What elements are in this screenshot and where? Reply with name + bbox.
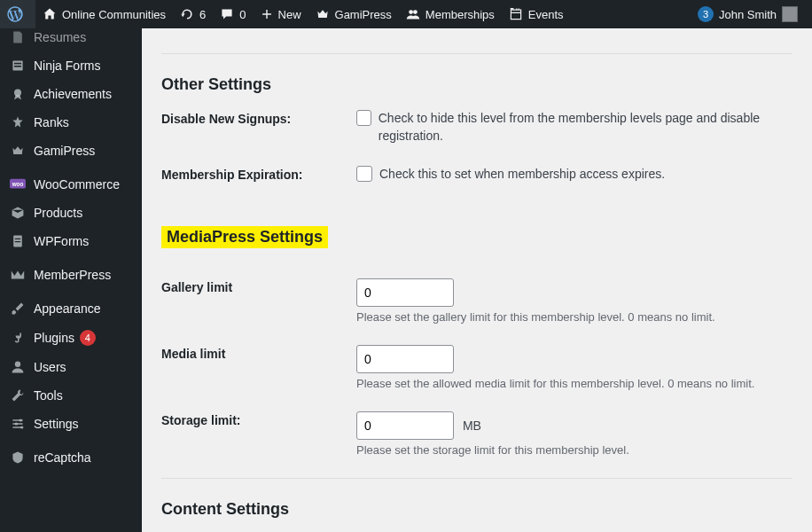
svg-point-5 xyxy=(14,89,21,96)
site-name-link[interactable]: Online Communities xyxy=(35,0,173,28)
expiration-checkbox[interactable] xyxy=(356,166,372,182)
svg-rect-4 xyxy=(14,66,21,67)
person-icon xyxy=(9,360,27,374)
menu-memberpress[interactable]: MemberPress xyxy=(0,261,142,289)
user-account-link[interactable]: 3 John Smith xyxy=(691,0,805,28)
gallery-limit-row: Gallery limit Please set the gallery lim… xyxy=(161,278,792,324)
expiration-label: Membership Expiration: xyxy=(161,166,356,184)
menu-appearance[interactable]: Appearance xyxy=(0,294,142,323)
brush-icon xyxy=(9,301,27,316)
site-name: Online Communities xyxy=(62,8,166,21)
menu-achievements[interactable]: Achievements xyxy=(0,80,142,108)
disable-signups-row: Disable New Signups: Check to hide this … xyxy=(161,110,792,145)
disable-signups-label: Disable New Signups: xyxy=(161,110,356,145)
expiration-desc: Check this to set when membership access… xyxy=(379,166,665,184)
menu-woocommerce[interactable]: woo WooCommerce xyxy=(0,170,142,199)
admin-sidebar: Resumes Ninja Forms Achievements Ranks G… xyxy=(0,28,142,532)
svg-point-11 xyxy=(15,362,20,367)
wrench-icon xyxy=(9,388,27,403)
other-settings-heading: Other Settings xyxy=(161,75,792,94)
expiration-option[interactable]: Check this to set when membership access… xyxy=(356,166,792,184)
media-limit-row: Media limit Please set the allowed media… xyxy=(161,345,792,390)
storage-limit-label: Storage limit: xyxy=(161,411,356,457)
wordpress-icon xyxy=(7,6,23,22)
avatar-icon xyxy=(782,6,798,22)
crown-icon xyxy=(9,144,27,158)
menu-plugins[interactable]: Plugins 4 xyxy=(0,323,142,353)
svg-point-0 xyxy=(409,10,413,14)
admin-toolbar: Online Communities 6 0 New GamiPress Mem… xyxy=(0,0,812,28)
gallery-limit-help: Please set the gallery limit for this me… xyxy=(356,310,792,324)
star-icon xyxy=(9,115,27,129)
new-content-link[interactable]: New xyxy=(254,0,308,28)
new-label: New xyxy=(278,8,301,21)
gamipress-label: GamiPress xyxy=(335,8,392,21)
document-icon xyxy=(9,30,27,44)
memberpress-icon xyxy=(9,269,27,281)
menu-users[interactable]: Users xyxy=(0,353,142,381)
comment-icon xyxy=(220,7,234,21)
svg-point-1 xyxy=(413,10,418,14)
memberships-label: Memberships xyxy=(426,8,495,21)
disable-signups-checkbox[interactable] xyxy=(356,110,371,126)
memberships-link[interactable]: Memberships xyxy=(399,0,502,28)
updates-link[interactable]: 6 xyxy=(173,0,213,28)
award-icon xyxy=(9,87,27,101)
storage-limit-unit: MB xyxy=(463,419,481,433)
refresh-icon xyxy=(180,7,194,21)
menu-products[interactable]: Products xyxy=(0,199,142,227)
box-icon xyxy=(9,206,27,220)
divider xyxy=(161,53,792,54)
storage-limit-input[interactable] xyxy=(356,411,454,440)
menu-ranks[interactable]: Ranks xyxy=(0,108,142,137)
notification-badge: 3 xyxy=(698,6,714,22)
menu-gamipress[interactable]: GamiPress xyxy=(0,137,142,165)
svg-rect-10 xyxy=(15,241,20,242)
wp-logo[interactable] xyxy=(0,0,35,28)
menu-settings[interactable]: Settings xyxy=(0,410,142,438)
user-name: John Smith xyxy=(719,8,777,21)
menu-ninja-forms[interactable]: Ninja Forms xyxy=(0,51,142,80)
svg-point-14 xyxy=(20,426,23,428)
storage-limit-help: Please set the storage limit for this me… xyxy=(356,443,792,457)
home-icon xyxy=(43,7,57,21)
groups-icon xyxy=(406,7,420,21)
storage-limit-row: Storage limit: MB Please set the storage… xyxy=(161,411,792,457)
disable-signups-option[interactable]: Check to hide this level from the member… xyxy=(356,110,792,145)
menu-tools[interactable]: Tools xyxy=(0,381,142,410)
updates-count: 6 xyxy=(199,8,206,21)
expiration-row: Membership Expiration: Check this to set… xyxy=(161,166,792,184)
clipboard-icon xyxy=(9,234,27,248)
menu-wpforms[interactable]: WPForms xyxy=(0,227,142,255)
events-label: Events xyxy=(528,8,564,21)
gallery-limit-label: Gallery limit xyxy=(161,278,356,324)
shield-icon xyxy=(9,450,27,465)
main-content: Other Settings Disable New Signups: Chec… xyxy=(142,0,812,532)
comments-link[interactable]: 0 xyxy=(213,0,253,28)
svg-rect-3 xyxy=(14,63,21,65)
form-icon xyxy=(9,59,27,73)
plugins-update-badge: 4 xyxy=(80,330,96,346)
divider xyxy=(161,478,792,479)
content-settings-heading: Content Settings xyxy=(161,500,792,519)
sliders-icon xyxy=(9,417,27,431)
menu-resumes[interactable]: Resumes xyxy=(0,28,142,51)
events-link[interactable]: Events xyxy=(502,0,571,28)
crown-icon xyxy=(316,7,330,21)
media-limit-help: Please set the allowed media limit for t… xyxy=(356,377,792,390)
media-limit-label: Media limit xyxy=(161,345,356,390)
comments-count: 0 xyxy=(239,8,246,21)
svg-point-12 xyxy=(20,419,22,421)
calendar-icon xyxy=(509,7,523,21)
plug-icon xyxy=(9,331,27,345)
plus-icon xyxy=(261,8,273,20)
gamipress-link[interactable]: GamiPress xyxy=(308,0,399,28)
woo-icon: woo xyxy=(9,178,27,191)
menu-recaptcha[interactable]: reCaptcha xyxy=(0,443,142,472)
svg-point-13 xyxy=(15,422,18,425)
svg-rect-9 xyxy=(15,239,20,239)
svg-text:woo: woo xyxy=(12,181,24,187)
media-limit-input[interactable] xyxy=(356,345,454,373)
mediapress-settings-heading: MediaPress Settings xyxy=(161,226,328,248)
gallery-limit-input[interactable] xyxy=(356,278,454,307)
